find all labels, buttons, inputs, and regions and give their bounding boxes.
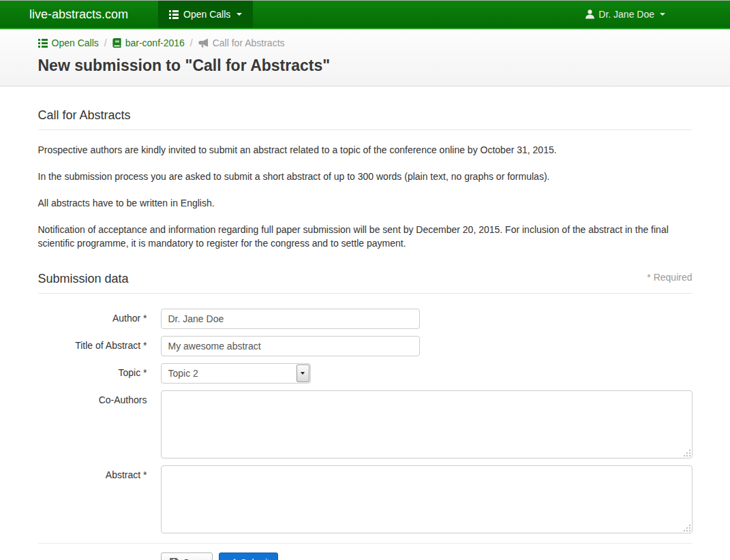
floppy-save-icon — [169, 557, 179, 560]
nav-open-calls-menu[interactable]: Open Calls — [158, 1, 253, 28]
abstract-textarea[interactable] — [161, 465, 693, 533]
breadcrumb: Open Calls / bar-conf-2016 / — [38, 37, 693, 48]
abstract-label: Abstract * — [38, 465, 147, 533]
list-icon — [169, 10, 179, 19]
title-row: Title of Abstract * — [38, 336, 693, 356]
title-input[interactable] — [161, 336, 420, 356]
form-divider — [38, 543, 693, 544]
breadcrumb-separator: / — [190, 37, 193, 48]
author-input[interactable] — [161, 309, 420, 329]
coauthors-row: Co-Authors — [38, 390, 693, 458]
brand-link[interactable]: live-abstracts.com — [29, 1, 128, 28]
breadcrumb-current: Call for Abstracts — [198, 37, 285, 48]
save-button[interactable]: Save — [161, 553, 213, 560]
topic-select-value: Topic 2 — [168, 368, 198, 379]
nav-user-label: Dr. Jane Doe — [598, 9, 654, 20]
call-description: Prospective authors are kindly invited t… — [38, 143, 693, 250]
submission-form: Author * Title of Abstract * Topic * Top… — [38, 309, 693, 560]
author-label: Author * — [38, 309, 147, 329]
required-note: * Required — [647, 272, 692, 283]
breadcrumb-conference[interactable]: bar-conf-2016 — [112, 37, 185, 48]
submission-heading-label: Submission data — [38, 272, 129, 285]
save-button-label: Save — [183, 557, 205, 560]
chevron-down-icon — [301, 372, 305, 375]
submit-button-label: Submit — [240, 557, 270, 560]
intro-paragraph-3: All abstracts have to be written in Engl… — [38, 196, 693, 210]
submit-button[interactable]: Submit — [219, 553, 278, 560]
submission-section-heading: * Required Submission data — [38, 272, 693, 294]
intro-paragraph-4: Notification of acceptance and informati… — [38, 223, 679, 250]
user-icon — [585, 10, 594, 19]
intro-paragraph-1: Prospective authors are kindly invited t… — [38, 143, 693, 157]
abstract-row: Abstract * — [38, 465, 693, 533]
topic-label: Topic * — [38, 363, 147, 384]
page-title: New submission to "Call for Abstracts" — [38, 57, 693, 75]
form-actions: Save Submit — [161, 553, 693, 560]
select-dropdown-button[interactable] — [296, 364, 309, 382]
author-row: Author * — [38, 309, 693, 329]
coauthors-textarea[interactable] — [161, 390, 693, 458]
topic-row: Topic * Topic 2 — [38, 363, 693, 384]
breadcrumb-label: Call for Abstracts — [213, 37, 285, 48]
breadcrumb-separator: / — [104, 37, 107, 48]
intro-paragraph-2: In the submission process you are asked … — [38, 170, 693, 183]
nav-open-calls-label: Open Calls — [183, 9, 230, 20]
nav-user-menu[interactable]: Dr. Jane Doe — [585, 1, 665, 28]
title-label: Title of Abstract * — [38, 336, 147, 356]
chevron-down-icon — [237, 13, 242, 16]
breadcrumb-label: bar-conf-2016 — [125, 37, 185, 48]
bullhorn-icon — [198, 38, 209, 48]
main-content: Call for Abstracts Prospective authors a… — [38, 108, 693, 560]
breadcrumb-open-calls[interactable]: Open Calls — [38, 37, 99, 48]
breadcrumb-label: Open Calls — [52, 37, 99, 48]
list-icon — [38, 39, 48, 48]
top-navbar: live-abstracts.com Open Calls Dr. Jane D… — [0, 0, 730, 29]
book-icon — [112, 38, 121, 48]
topic-select[interactable]: Topic 2 — [161, 363, 311, 384]
coauthors-label: Co-Authors — [38, 390, 147, 458]
chevron-down-icon — [660, 13, 665, 16]
call-section-heading: Call for Abstracts — [38, 108, 693, 130]
page-header: Open Calls / bar-conf-2016 / — [0, 29, 730, 87]
